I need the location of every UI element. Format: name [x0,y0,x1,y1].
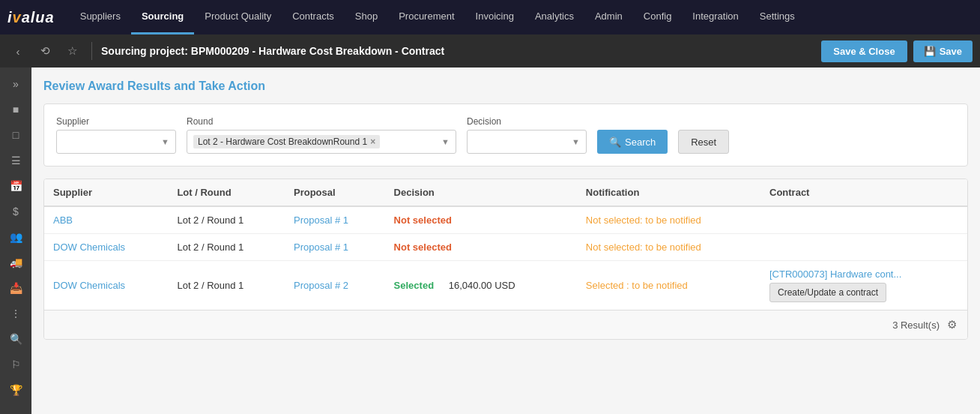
col-contract: Contract [760,179,967,206]
col-notification: Notification [577,179,760,206]
row3-amount: 16,040.00 USD [449,280,515,291]
row2-decision-status: Not selected [394,242,452,253]
sidebar-grid-icon[interactable]: ⋮ [4,303,28,324]
row3-contract: [CTR000073] Hardware cont... Create/Upda… [760,261,967,310]
save-label: Save [940,46,962,57]
row2-proposal: Proposal # 1 [285,234,385,261]
nav-analytics[interactable]: Analytics [524,0,584,34]
sidebar-search2-icon[interactable]: 🔍 [4,328,28,350]
nav-contracts[interactable]: Contracts [282,0,345,34]
table-body: ABB Lot 2 / Round 1 Proposal # 1 Not sel… [44,206,967,310]
history-icon[interactable]: ⟲ [34,40,55,62]
row1-supplier: ABB [44,206,168,234]
sidebar-import-icon[interactable]: 📥 [4,278,28,298]
row3-contract-link[interactable]: [CTR000073] Hardware cont... [769,268,901,280]
row2-lot-round: Lot 2 / Round 1 [168,234,285,261]
secondary-bar: ‹ ⟲ ☆ Sourcing project: BPM000209 - Hard… [0,34,980,68]
col-lot-round: Lot / Round [168,179,285,206]
results-table: Supplier Lot / Round Proposal Decision N… [44,179,967,310]
page-title: Sourcing project: BPM000209 - Hardware C… [101,45,815,57]
row3-proposal-link[interactable]: Proposal # 2 [294,280,348,291]
decision-filter-group: Decision ▼ [467,116,587,154]
row2-decision: Not selected [385,234,577,261]
round-tag-text: Lot 2 - Hardware Cost BreakdownRound 1 [198,136,367,147]
sidebar-pin-icon[interactable]: ⚐ [4,354,28,375]
table-row: DOW Chemicals Lot 2 / Round 1 Proposal #… [44,261,967,310]
search-button[interactable]: 🔍 Search [597,130,668,154]
row3-decision-status: Selected [394,280,434,291]
star-icon[interactable]: ☆ [61,40,82,62]
nav-integration[interactable]: Integration [682,0,748,34]
supplier-select[interactable]: ▼ [56,130,176,154]
sidebar-home-icon[interactable]: ■ [4,99,28,120]
decision-chevron-icon: ▼ [572,137,580,146]
row1-decision: Not selected [385,206,577,234]
create-update-contract-button[interactable]: Create/Update a contract [769,283,886,302]
nav-invoicing[interactable]: Invoicing [465,0,524,34]
nav-settings[interactable]: Settings [749,0,805,34]
nav-procurement[interactable]: Procurement [388,0,465,34]
row1-lot-round: Lot 2 / Round 1 [168,206,285,234]
save-disk-icon: 💾 [924,46,936,57]
nav-sourcing[interactable]: Sourcing [131,0,194,34]
section-title: Review Award Results and Take Action [43,80,968,93]
round-select[interactable]: Lot 2 - Hardware Cost BreakdownRound 1 ×… [187,130,456,154]
supplier-chevron-icon: ▼ [161,137,169,146]
logo-text: ivalua [7,9,55,26]
table-header: Supplier Lot / Round Proposal Decision N… [44,179,967,206]
sidebar-expand-icon[interactable]: » [4,74,28,94]
nav-menu: Suppliers Sourcing Product Quality Contr… [70,0,973,34]
results-count: 3 Result(s) [892,320,940,331]
sidebar: » ■ □ ☰ 📅 $ 👥 🚚 📥 ⋮ 🔍 ⚐ 🏆 [0,68,31,414]
save-button[interactable]: 💾 Save [913,40,973,62]
divider [91,42,92,60]
sidebar-calendar-icon[interactable]: 📅 [4,176,28,196]
table-row: DOW Chemicals Lot 2 / Round 1 Proposal #… [44,234,967,261]
row3-notification: Selected : to be notified [577,261,760,310]
main-layout: » ■ □ ☰ 📅 $ 👥 🚚 📥 ⋮ 🔍 ⚐ 🏆 Review Award R… [0,68,980,414]
sidebar-truck-icon[interactable]: 🚚 [4,252,28,273]
row2-contract [760,234,967,261]
row2-notification: Not selected: to be notified [577,234,760,261]
search-label: Search [625,136,656,148]
back-icon[interactable]: ‹ [7,40,28,62]
round-filter-group: Round Lot 2 - Hardware Cost BreakdownRou… [187,116,456,154]
supplier-filter-group: Supplier ▼ [56,116,176,154]
row2-proposal-link[interactable]: Proposal # 1 [294,242,348,253]
row2-supplier: DOW Chemicals [44,234,168,261]
gear-settings-button[interactable]: ⚙ [946,316,958,333]
save-close-button[interactable]: Save & Close [821,40,907,62]
sidebar-list-icon[interactable]: ☰ [4,150,28,171]
round-tag-remove-icon[interactable]: × [370,136,375,147]
row1-supplier-link[interactable]: ABB [53,214,73,226]
row1-proposal-link[interactable]: Proposal # 1 [294,214,348,226]
round-tag: Lot 2 - Hardware Cost BreakdownRound 1 × [193,135,380,148]
reset-button[interactable]: Reset [678,130,729,154]
nav-shop[interactable]: Shop [345,0,388,34]
col-decision: Decision [385,179,577,206]
filter-row: Supplier ▼ Round Lot 2 - Hardware Cost B… [56,116,955,154]
nav-suppliers[interactable]: Suppliers [70,0,131,34]
sidebar-doc-icon[interactable]: □ [4,124,28,146]
row3-notification-text: Selected : to be notified [586,280,688,291]
row1-decision-status: Not selected [394,214,452,226]
decision-select[interactable]: ▼ [467,130,587,154]
row1-contract [760,206,967,234]
logo[interactable]: ivalua [7,9,55,26]
nav-config[interactable]: Config [633,0,683,34]
sidebar-trophy-icon[interactable]: 🏆 [4,380,28,400]
supplier-label: Supplier [56,116,176,127]
sidebar-people-icon[interactable]: 👥 [4,226,28,248]
table-row: ABB Lot 2 / Round 1 Proposal # 1 Not sel… [44,206,967,234]
col-supplier: Supplier [44,179,168,206]
sidebar-money-icon[interactable]: $ [4,201,28,222]
row3-supplier-link[interactable]: DOW Chemicals [53,280,125,291]
results-card: Supplier Lot / Round Proposal Decision N… [43,178,968,340]
row2-supplier-link[interactable]: DOW Chemicals [53,242,125,253]
nav-admin[interactable]: Admin [584,0,633,34]
row3-lot-round: Lot 2 / Round 1 [168,261,285,310]
nav-product-quality[interactable]: Product Quality [194,0,282,34]
decision-label: Decision [467,116,587,127]
row3-supplier: DOW Chemicals [44,261,168,310]
filter-card: Supplier ▼ Round Lot 2 - Hardware Cost B… [43,104,968,166]
